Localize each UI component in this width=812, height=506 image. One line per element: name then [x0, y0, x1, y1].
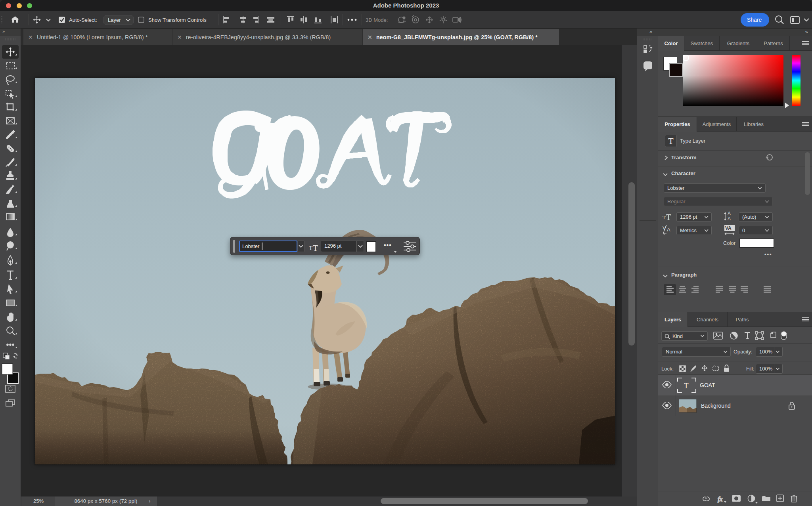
svg-text:Show Transform Controls: Show Transform Controls [148, 17, 207, 23]
svg-text:T: T [663, 214, 666, 220]
svg-text:Layer: Layer [108, 17, 121, 23]
svg-text:Share: Share [747, 17, 762, 23]
svg-text:VA: VA [725, 225, 732, 231]
svg-text:T: T [309, 245, 312, 251]
svg-text:T: T [313, 243, 318, 252]
svg-text:A: A [728, 211, 731, 216]
svg-text:T: T [666, 213, 671, 221]
svg-text:A: A [728, 216, 731, 221]
svg-text:T: T [684, 382, 689, 390]
svg-text:3D Mode:: 3D Mode: [366, 17, 388, 23]
svg-text:Auto-Select:: Auto-Select: [69, 17, 97, 23]
svg-text:fx: fx [718, 495, 723, 503]
svg-text:A: A [667, 227, 670, 233]
